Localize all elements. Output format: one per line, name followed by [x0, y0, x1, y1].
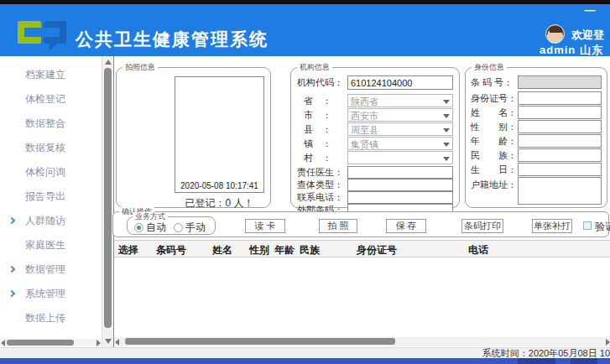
- table-body-empty: [114, 258, 610, 337]
- org-panel: 机构信息 机构代码： 省 ： 陕西省 市 ： 西安市 县 ： 周至县 镇 ： 集…: [290, 67, 460, 208]
- col-age: 年龄: [274, 243, 295, 257]
- address-label: 户籍地址：: [471, 177, 518, 191]
- col-idcard: 身份证号: [357, 243, 397, 257]
- logo-tail: [50, 44, 57, 50]
- exam-type-input[interactable]: [347, 179, 453, 191]
- sidebar-item-exam-register[interactable]: 体检登记: [0, 87, 102, 112]
- radio-auto-label: 自动: [146, 221, 166, 235]
- village-select[interactable]: [347, 151, 453, 164]
- sidebar-item-archive-create[interactable]: 档案建立: [0, 63, 102, 87]
- idcard-label: 身份证号：: [471, 92, 518, 105]
- idcard-input[interactable]: [518, 91, 602, 105]
- app-logo-icon: [18, 20, 68, 52]
- doctor-label: 责任医生：: [297, 166, 347, 179]
- main-horizontal-scrollbar[interactable]: [114, 337, 610, 346]
- identity-panel-legend: 身份信息: [472, 63, 507, 72]
- app-header: 公共卫生健康管理系统 — 欢迎登 admin 山东: [0, 4, 610, 56]
- chevron-right-icon: [8, 217, 15, 224]
- scroll-down-icon[interactable]: [105, 339, 112, 344]
- chevron-right-icon: [8, 290, 15, 297]
- address-textarea[interactable]: [518, 177, 602, 205]
- sidebar-item-data-merge[interactable]: 数据整合: [0, 112, 102, 136]
- save-button[interactable]: 保 存: [386, 219, 426, 233]
- sidebar-item-data-manage[interactable]: 数据管理: [0, 257, 102, 282]
- scroll-up-icon[interactable]: [105, 60, 112, 65]
- col-phone: 电话: [468, 243, 488, 257]
- name-input[interactable]: [518, 106, 602, 119]
- birthday-input[interactable]: [518, 163, 602, 176]
- minimize-icon[interactable]: —: [582, 5, 597, 17]
- photo-panel: 拍照信息 2020-05-08 10:17:41 已登记：0 人！: [116, 67, 271, 208]
- main-content: 拍照信息 2020-05-08 10:17:41 已登记：0 人！ 机构信息 机…: [113, 56, 610, 347]
- scrollbar-thumb[interactable]: [125, 338, 395, 345]
- sidebar-item-label: 数据管理: [25, 263, 65, 275]
- verify-checkbox-label: 验证: [595, 220, 610, 234]
- sidebar-item-system-manage[interactable]: 系统管理: [0, 282, 102, 306]
- gender-label: 性 别：: [471, 121, 518, 133]
- page-title: 公共卫生健康管理系统: [76, 28, 269, 51]
- age-input[interactable]: [518, 134, 602, 148]
- sidebar-item-family-doctor[interactable]: 家庭医生: [0, 233, 102, 257]
- county-select[interactable]: 周至县: [347, 122, 453, 136]
- province-select[interactable]: 陕西省: [347, 94, 453, 107]
- scroll-left-icon[interactable]: [115, 339, 119, 346]
- main-vertical-scrollbar[interactable]: [102, 56, 113, 347]
- read-card-button[interactable]: 读 卡: [245, 219, 285, 233]
- camera-preview: 2020-05-08 10:17:41: [175, 76, 264, 193]
- dropdown-arrow-icon: [443, 143, 450, 147]
- sidebar-item-data-upload[interactable]: 数据上传: [0, 306, 102, 330]
- photo-timestamp: 2020-05-08 10:17:41: [175, 181, 263, 190]
- age-label: 年 龄：: [471, 135, 518, 148]
- sidebar-item-data-review[interactable]: 数据复核: [0, 136, 102, 160]
- radio-auto[interactable]: 自动: [134, 221, 166, 235]
- province-value: 陕西省: [351, 96, 378, 107]
- taskbar-segment: [571, 358, 597, 364]
- sidebar-item-followup[interactable]: 人群随访: [0, 209, 102, 233]
- barcode-print-button[interactable]: 条码打印: [461, 219, 503, 233]
- sidebar-item-label: 家庭医生: [25, 239, 65, 251]
- verify-checkbox[interactable]: [583, 221, 592, 230]
- radio-unchecked-icon: [174, 223, 183, 232]
- logo-bracket-right: [44, 21, 66, 44]
- dropdown-arrow-icon: [443, 157, 450, 161]
- sidebar-item-report-export[interactable]: 报告导出: [0, 185, 102, 209]
- col-barcode: 条码号: [156, 243, 186, 257]
- scrollbar-thumb[interactable]: [104, 68, 112, 328]
- user-avatar: [545, 24, 565, 44]
- gender-input[interactable]: [518, 120, 602, 133]
- sidebar-item-exam-inquiry[interactable]: 体检问询: [0, 160, 102, 185]
- sidebar-item-label: 系统管理: [25, 288, 65, 299]
- logo-bracket-left: [18, 21, 41, 44]
- name-label: 姓 名：: [471, 107, 518, 119]
- sidebar-item-label: 人群随访: [25, 215, 65, 226]
- take-photo-button[interactable]: 拍 照: [319, 219, 357, 233]
- birthday-label: 生 日：: [471, 164, 518, 176]
- county-value: 周至县: [351, 125, 378, 135]
- doctor-input[interactable]: [347, 166, 453, 179]
- app-window: 公共卫生健康管理系统 — 欢迎登 admin 山东 档案建立 体检登记 数据整合…: [0, 0, 610, 364]
- sidebar-item-label: 报告导出: [25, 190, 65, 202]
- city-select[interactable]: 西安市: [347, 108, 453, 122]
- sidebar-item-label: 体检问询: [25, 166, 65, 178]
- sidebar-horizontal-scrollbar[interactable]: [0, 339, 102, 346]
- province-label: 省 ：: [304, 95, 347, 107]
- confirm-panel: 确认操作 业务方式 自动 手动 读 卡 拍 照 保 存 条码打印 单张补打 验证: [112, 211, 609, 237]
- city-value: 西安市: [351, 111, 378, 121]
- welcome-text: 欢迎登: [571, 28, 604, 43]
- sidebar-item-label: 档案建立: [25, 69, 65, 81]
- dropdown-arrow-icon: [443, 128, 450, 133]
- reprint-button[interactable]: 单张补打: [532, 219, 572, 233]
- scrollbar-thumb[interactable]: [7, 340, 74, 346]
- ethnicity-input[interactable]: [518, 148, 602, 162]
- radio-manual[interactable]: 手动: [174, 221, 206, 235]
- scroll-right-icon[interactable]: [606, 339, 610, 346]
- org-code-input[interactable]: [347, 75, 453, 90]
- registered-count-text: 已登记：0 人！: [175, 196, 264, 211]
- phone-input[interactable]: [347, 191, 453, 204]
- scroll-right-icon[interactable]: [96, 340, 101, 346]
- town-select[interactable]: 集贤镇: [347, 137, 453, 150]
- sidebar-item-label: 数据上传: [25, 312, 65, 324]
- scroll-left-icon[interactable]: [1, 340, 5, 346]
- sidebar-item-label: 数据整合: [25, 117, 65, 129]
- identity-panel: 身份信息 条 码 号： 身份证号： 姓 名： 性 别： 年 龄：: [465, 67, 607, 208]
